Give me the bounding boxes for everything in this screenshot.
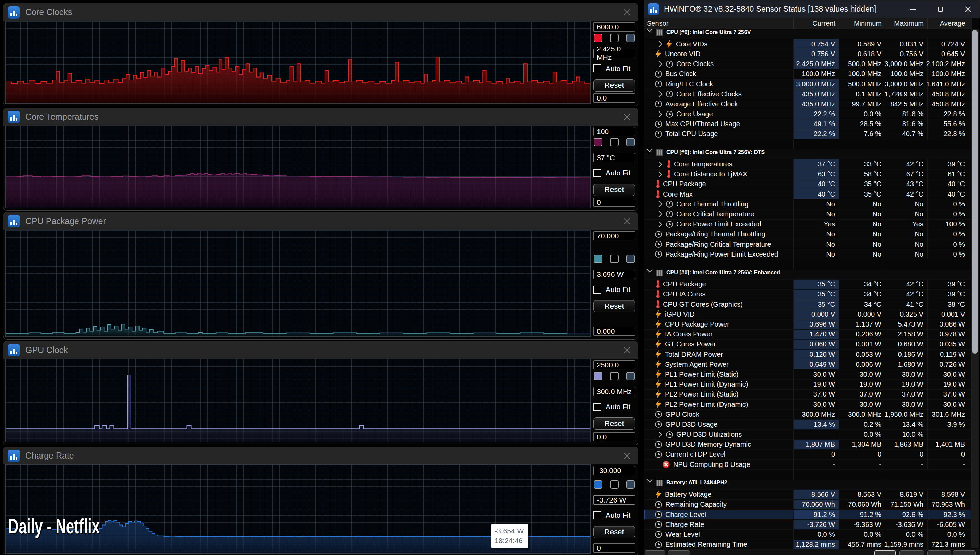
maximize-button[interactable] <box>932 0 948 18</box>
toolbar-button[interactable] <box>874 550 896 555</box>
sensor-row[interactable]: CPU Package35 °C34 °C42 °C39 °C <box>644 279 972 289</box>
sensor-row[interactable]: GPU D3D Memory Dynamic1,807 MB1,304 MB1,… <box>644 440 972 450</box>
sensor-row[interactable]: PL1 Power Limit (Dynamic)19.0 W19.0 W19.… <box>644 380 972 390</box>
autofit-checkbox[interactable] <box>593 64 601 72</box>
line-color-swatch[interactable] <box>594 480 602 489</box>
sensor-row[interactable]: Package/Ring Thermal ThrottlingNoNoNo0 % <box>644 229 972 239</box>
column-header-minimum[interactable]: Minimum <box>839 18 885 29</box>
sensor-row[interactable]: System Agent Power0.649 W0.006 W1.680 W0… <box>644 359 972 369</box>
chevron-right-icon[interactable] <box>656 91 662 97</box>
autofit-checkbox[interactable] <box>593 169 601 177</box>
toolbar-button[interactable] <box>927 550 951 555</box>
sensor-row[interactable]: CPU Package40 °C35 °C43 °C40 °C <box>644 180 972 189</box>
scale-max-input[interactable]: 100 <box>593 127 635 136</box>
column-header-sensor[interactable]: Sensor <box>644 18 793 29</box>
chevron-right-icon[interactable] <box>656 111 662 117</box>
sensor-row[interactable]: Core Effective Clocks435.0 MHz0.1 MHz1,7… <box>644 89 972 99</box>
minimize-button[interactable] <box>905 0 920 18</box>
graph-titlebar[interactable]: GPU Clock <box>3 341 638 359</box>
column-header-maximum[interactable]: Maximum <box>885 18 927 29</box>
sensor-row[interactable]: Package/Ring Critical TemperatureNoNoNo0… <box>644 239 972 249</box>
autofit-checkbox[interactable] <box>593 512 601 519</box>
sensor-row[interactable]: Core VIDs0.754 V0.589 V0.831 V0.724 V <box>644 39 972 49</box>
toolbar-button[interactable] <box>900 550 924 555</box>
scrollbar-thumb[interactable] <box>972 30 978 354</box>
chevron-right-icon[interactable] <box>656 161 662 167</box>
chevron-right-icon[interactable] <box>656 221 662 227</box>
graph-titlebar[interactable]: Charge Rate <box>3 447 638 464</box>
background-color-swatch[interactable] <box>610 372 619 380</box>
grid-color-swatch[interactable] <box>626 138 635 146</box>
section-header-row[interactable]: CPU [#0]: Intel Core Ultra 7 256V <box>644 29 972 39</box>
sensor-row[interactable]: Max CPU/Thread Usage49.1 %28.5 %81.6 %55… <box>644 119 972 129</box>
sensor-row[interactable]: GPU D3D Usage13.4 %0.2 %13.4 %3.9 % <box>644 420 972 430</box>
line-color-swatch[interactable] <box>594 34 602 42</box>
sensor-row[interactable]: Remaining Capacity70.060 Wh70.060 Wh71.1… <box>644 500 972 510</box>
graph-plot-area[interactable] <box>5 230 591 337</box>
scale-max-input[interactable]: -30.000 <box>593 466 635 475</box>
scale-max-input[interactable]: 70.000 <box>593 231 635 241</box>
sensor-row[interactable]: Total CPU Usage22.2 %7.6 %40.7 %22.8 % <box>644 129 972 139</box>
background-color-swatch[interactable] <box>610 138 619 146</box>
sensor-row[interactable]: CPU IA Cores35 °C34 °C42 °C39 °C <box>644 289 972 300</box>
current-value-box[interactable]: 3.696 W <box>593 269 635 279</box>
scale-max-input[interactable]: 6000.0 <box>593 22 635 32</box>
sensor-row[interactable]: Core Clocks2,425.0 MHz500.0 MHz3,000.0 M… <box>644 59 972 69</box>
sensor-row[interactable]: iGPU VID0.000 V0.000 V0.325 V0.001 V <box>644 310 972 319</box>
sensor-row[interactable]: Core Critical TemperatureNoNoNo0 % <box>644 209 972 219</box>
graph-titlebar[interactable]: Core Temperatures <box>3 108 638 125</box>
reset-button[interactable]: Reset <box>593 300 635 313</box>
close-icon[interactable] <box>623 217 631 225</box>
column-header-current[interactable]: Current <box>793 18 839 29</box>
section-header-row[interactable]: CPU [#0]: Intel Core Ultra 7 256V: Enhan… <box>644 269 972 279</box>
graph-plot-area[interactable] <box>5 21 591 104</box>
toolbar-button[interactable] <box>645 550 665 555</box>
close-button[interactable] <box>960 0 976 18</box>
sensor-row[interactable]: PL2 Power Limit (Static)37.0 W37.0 W37.0… <box>644 390 972 399</box>
graph-plot-area[interactable] <box>5 359 591 443</box>
grid-color-swatch[interactable] <box>626 255 635 263</box>
scale-max-input[interactable]: 2500.0 <box>593 360 635 369</box>
chevron-right-icon[interactable] <box>656 431 662 437</box>
line-color-swatch[interactable] <box>594 255 602 263</box>
sensor-row[interactable]: IA Cores Power1.470 W0.206 W2.158 W0.978… <box>644 330 972 340</box>
vertical-scrollbar[interactable] <box>971 29 978 549</box>
sensor-row[interactable]: NPU Computing 0 Usage---- <box>644 460 972 470</box>
autofit-checkbox[interactable] <box>593 286 601 294</box>
chevron-right-icon[interactable] <box>656 211 662 217</box>
sensor-row[interactable]: GPU Clock300.0 MHz300.0 MHz1,950.0 MHz30… <box>644 409 972 420</box>
sensor-row[interactable]: PL1 Power Limit (Static)30.0 W30.0 W30.0… <box>644 369 972 379</box>
current-value-box[interactable]: 300.0 MHz <box>593 387 635 396</box>
sensor-row[interactable]: GPU D3D Utilizations0.0 %10.0 % <box>644 430 972 440</box>
close-icon[interactable] <box>623 346 631 354</box>
scale-min-input[interactable]: 0 <box>593 197 635 207</box>
sensor-row[interactable]: Average Effective Clock435.0 MHz99.7 MHz… <box>644 99 972 109</box>
scale-min-input[interactable]: 0 <box>593 543 635 553</box>
autofit-checkbox[interactable] <box>593 403 601 411</box>
sensor-row[interactable]: Core Max40 °C35 °C42 °C40 °C <box>644 189 972 199</box>
sensor-row[interactable]: Wear Level0.0 %0.0 %0.0 %0.0 % <box>644 529 972 540</box>
reset-button[interactable]: Reset <box>593 417 635 430</box>
sensor-row[interactable]: Bus Clock100.0 MHz100.0 MHz100.0 MHz100.… <box>644 69 972 79</box>
sensor-row[interactable]: PL2 Power Limit (Dynamic)30.0 W30.0 W30.… <box>644 399 972 409</box>
sensor-row[interactable]: Current cTDP Level0000 <box>644 450 972 460</box>
current-value-box[interactable]: -3.726 W <box>593 495 635 505</box>
section-header-row[interactable]: CPU [#0]: Intel Core Ultra 7 256V: DTS <box>644 149 972 159</box>
chevron-right-icon[interactable] <box>656 41 662 47</box>
background-color-swatch[interactable] <box>610 34 619 42</box>
reset-button[interactable]: Reset <box>593 79 635 91</box>
sensor-row[interactable]: Estimated Remaining Time1,128.2 mins455.… <box>644 540 972 550</box>
line-color-swatch[interactable] <box>594 372 602 380</box>
sensor-row[interactable]: Core Distance to TjMAX63 °C58 °C67 °C61 … <box>644 170 972 180</box>
toolbar-button[interactable] <box>953 550 975 555</box>
toolbar-button[interactable] <box>668 550 690 555</box>
sensor-row[interactable]: Total DRAM Power0.120 W0.053 W0.186 W0.1… <box>644 350 972 359</box>
sensor-row[interactable]: Battery Voltage8.566 V8.563 V8.619 V8.59… <box>644 490 972 500</box>
sensor-row[interactable]: Core Temperatures37 °C33 °C42 °C39 °C <box>644 159 972 169</box>
column-header-average[interactable]: Average <box>927 18 969 29</box>
sensor-row[interactable]: Charge Level91.2 %91.2 %92.6 %92.3 % <box>644 510 972 520</box>
sensor-row[interactable]: GT Cores Power0.060 W0.001 W0.680 W0.035… <box>644 340 972 350</box>
sensor-row[interactable]: Core Thermal ThrottlingNoNoNo0 % <box>644 199 972 209</box>
sensor-row[interactable]: Core Usage22.2 %0.0 %81.6 %22.8 % <box>644 109 972 119</box>
graph-plot-area[interactable] <box>5 125 591 208</box>
